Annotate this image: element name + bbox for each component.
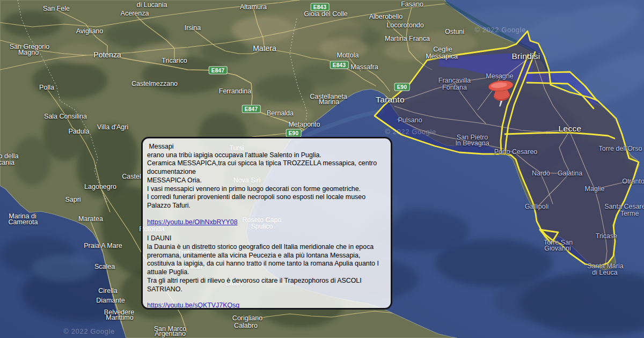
dauni-section: I DAUNI la Daunia è un distretto storico…: [147, 234, 386, 310]
messapi-section: Messapi erano una tribù iapigia occupava…: [147, 143, 386, 226]
map-view: di LucaniaSan FeleAcerenzaAltamuraGioia …: [0, 0, 644, 338]
dauni-text: I DAUNI la Daunia è un distretto storico…: [147, 234, 386, 293]
messapi-text: Messapi erano una tribù iapigia occupava…: [147, 143, 386, 210]
info-panel: Messapi erano una tribù iapigia occupava…: [141, 137, 392, 310]
messapi-video-link[interactable]: https://youtu.be/OlhNxbRYY08: [147, 218, 238, 227]
dauni-video-link[interactable]: https://youtu.be/sQKTVJ7KQsg: [147, 302, 239, 310]
